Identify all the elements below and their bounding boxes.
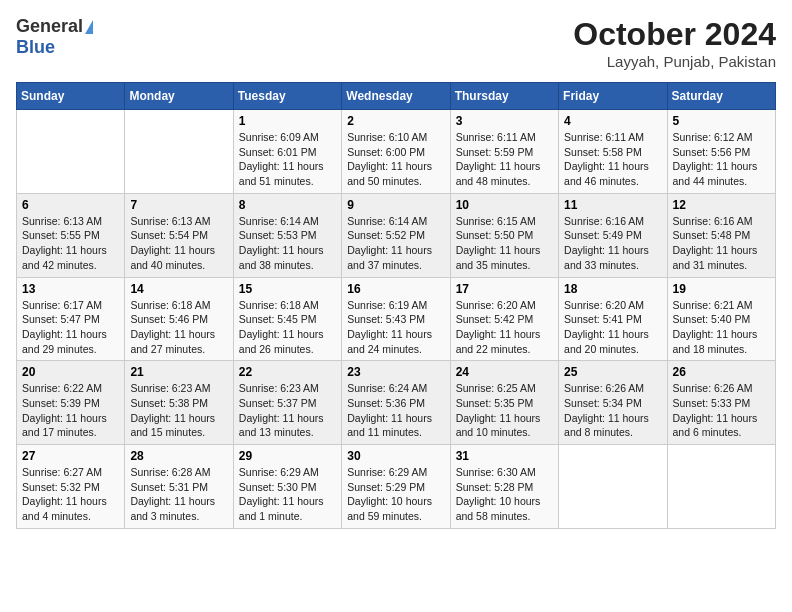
day-info: Sunrise: 6:30 AMSunset: 5:28 PMDaylight:… [456,465,553,524]
calendar-cell: 19Sunrise: 6:21 AMSunset: 5:40 PMDayligh… [667,277,775,361]
calendar-cell: 20Sunrise: 6:22 AMSunset: 5:39 PMDayligh… [17,361,125,445]
day-info: Sunrise: 6:27 AMSunset: 5:32 PMDaylight:… [22,465,119,524]
calendar-cell: 22Sunrise: 6:23 AMSunset: 5:37 PMDayligh… [233,361,341,445]
month-title: October 2024 [573,16,776,53]
day-number: 16 [347,282,444,296]
calendar-cell: 31Sunrise: 6:30 AMSunset: 5:28 PMDayligh… [450,445,558,529]
day-number: 30 [347,449,444,463]
week-row-5: 27Sunrise: 6:27 AMSunset: 5:32 PMDayligh… [17,445,776,529]
calendar-cell: 23Sunrise: 6:24 AMSunset: 5:36 PMDayligh… [342,361,450,445]
day-number: 6 [22,198,119,212]
calendar-cell: 4Sunrise: 6:11 AMSunset: 5:58 PMDaylight… [559,110,667,194]
day-info: Sunrise: 6:14 AMSunset: 5:52 PMDaylight:… [347,214,444,273]
calendar-cell: 12Sunrise: 6:16 AMSunset: 5:48 PMDayligh… [667,193,775,277]
day-info: Sunrise: 6:29 AMSunset: 5:30 PMDaylight:… [239,465,336,524]
day-info: Sunrise: 6:15 AMSunset: 5:50 PMDaylight:… [456,214,553,273]
header: General Blue October 2024 Layyah, Punjab… [16,16,776,70]
day-number: 13 [22,282,119,296]
day-info: Sunrise: 6:23 AMSunset: 5:37 PMDaylight:… [239,381,336,440]
day-info: Sunrise: 6:18 AMSunset: 5:46 PMDaylight:… [130,298,227,357]
calendar-cell: 27Sunrise: 6:27 AMSunset: 5:32 PMDayligh… [17,445,125,529]
calendar-cell: 28Sunrise: 6:28 AMSunset: 5:31 PMDayligh… [125,445,233,529]
calendar-cell: 3Sunrise: 6:11 AMSunset: 5:59 PMDaylight… [450,110,558,194]
calendar-cell: 18Sunrise: 6:20 AMSunset: 5:41 PMDayligh… [559,277,667,361]
day-number: 7 [130,198,227,212]
day-number: 1 [239,114,336,128]
calendar-cell: 6Sunrise: 6:13 AMSunset: 5:55 PMDaylight… [17,193,125,277]
day-number: 21 [130,365,227,379]
calendar-cell: 15Sunrise: 6:18 AMSunset: 5:45 PMDayligh… [233,277,341,361]
weekday-header-friday: Friday [559,83,667,110]
calendar-cell: 21Sunrise: 6:23 AMSunset: 5:38 PMDayligh… [125,361,233,445]
day-info: Sunrise: 6:28 AMSunset: 5:31 PMDaylight:… [130,465,227,524]
calendar-cell: 13Sunrise: 6:17 AMSunset: 5:47 PMDayligh… [17,277,125,361]
day-number: 8 [239,198,336,212]
day-number: 12 [673,198,770,212]
day-number: 26 [673,365,770,379]
calendar-cell: 11Sunrise: 6:16 AMSunset: 5:49 PMDayligh… [559,193,667,277]
calendar-cell: 30Sunrise: 6:29 AMSunset: 5:29 PMDayligh… [342,445,450,529]
calendar-cell [125,110,233,194]
day-info: Sunrise: 6:14 AMSunset: 5:53 PMDaylight:… [239,214,336,273]
day-number: 17 [456,282,553,296]
day-number: 29 [239,449,336,463]
day-number: 11 [564,198,661,212]
calendar-cell: 26Sunrise: 6:26 AMSunset: 5:33 PMDayligh… [667,361,775,445]
day-number: 28 [130,449,227,463]
day-info: Sunrise: 6:13 AMSunset: 5:55 PMDaylight:… [22,214,119,273]
calendar-cell: 25Sunrise: 6:26 AMSunset: 5:34 PMDayligh… [559,361,667,445]
day-number: 18 [564,282,661,296]
day-number: 23 [347,365,444,379]
logo-triangle-icon [85,20,93,34]
day-number: 19 [673,282,770,296]
calendar-cell: 24Sunrise: 6:25 AMSunset: 5:35 PMDayligh… [450,361,558,445]
week-row-2: 6Sunrise: 6:13 AMSunset: 5:55 PMDaylight… [17,193,776,277]
calendar-cell: 17Sunrise: 6:20 AMSunset: 5:42 PMDayligh… [450,277,558,361]
calendar-cell: 16Sunrise: 6:19 AMSunset: 5:43 PMDayligh… [342,277,450,361]
day-number: 20 [22,365,119,379]
day-number: 15 [239,282,336,296]
calendar-cell [667,445,775,529]
calendar-cell: 9Sunrise: 6:14 AMSunset: 5:52 PMDaylight… [342,193,450,277]
day-number: 14 [130,282,227,296]
day-info: Sunrise: 6:16 AMSunset: 5:48 PMDaylight:… [673,214,770,273]
weekday-header-sunday: Sunday [17,83,125,110]
weekday-header-tuesday: Tuesday [233,83,341,110]
day-number: 2 [347,114,444,128]
day-info: Sunrise: 6:09 AMSunset: 6:01 PMDaylight:… [239,130,336,189]
day-info: Sunrise: 6:26 AMSunset: 5:34 PMDaylight:… [564,381,661,440]
calendar-cell: 7Sunrise: 6:13 AMSunset: 5:54 PMDaylight… [125,193,233,277]
day-info: Sunrise: 6:21 AMSunset: 5:40 PMDaylight:… [673,298,770,357]
day-info: Sunrise: 6:26 AMSunset: 5:33 PMDaylight:… [673,381,770,440]
logo-general-text: General [16,16,83,37]
day-number: 4 [564,114,661,128]
calendar-cell: 14Sunrise: 6:18 AMSunset: 5:46 PMDayligh… [125,277,233,361]
calendar-table: SundayMondayTuesdayWednesdayThursdayFrid… [16,82,776,529]
day-info: Sunrise: 6:19 AMSunset: 5:43 PMDaylight:… [347,298,444,357]
day-info: Sunrise: 6:29 AMSunset: 5:29 PMDaylight:… [347,465,444,524]
day-info: Sunrise: 6:17 AMSunset: 5:47 PMDaylight:… [22,298,119,357]
day-info: Sunrise: 6:23 AMSunset: 5:38 PMDaylight:… [130,381,227,440]
day-info: Sunrise: 6:13 AMSunset: 5:54 PMDaylight:… [130,214,227,273]
day-info: Sunrise: 6:22 AMSunset: 5:39 PMDaylight:… [22,381,119,440]
calendar-cell [17,110,125,194]
day-info: Sunrise: 6:20 AMSunset: 5:42 PMDaylight:… [456,298,553,357]
location: Layyah, Punjab, Pakistan [573,53,776,70]
day-info: Sunrise: 6:20 AMSunset: 5:41 PMDaylight:… [564,298,661,357]
calendar-cell: 5Sunrise: 6:12 AMSunset: 5:56 PMDaylight… [667,110,775,194]
calendar-cell [559,445,667,529]
weekday-header-wednesday: Wednesday [342,83,450,110]
calendar-cell: 10Sunrise: 6:15 AMSunset: 5:50 PMDayligh… [450,193,558,277]
week-row-3: 13Sunrise: 6:17 AMSunset: 5:47 PMDayligh… [17,277,776,361]
week-row-1: 1Sunrise: 6:09 AMSunset: 6:01 PMDaylight… [17,110,776,194]
day-info: Sunrise: 6:25 AMSunset: 5:35 PMDaylight:… [456,381,553,440]
day-number: 3 [456,114,553,128]
weekday-header-thursday: Thursday [450,83,558,110]
weekday-row: SundayMondayTuesdayWednesdayThursdayFrid… [17,83,776,110]
weekday-header-monday: Monday [125,83,233,110]
logo: General Blue [16,16,93,58]
day-info: Sunrise: 6:11 AMSunset: 5:58 PMDaylight:… [564,130,661,189]
day-info: Sunrise: 6:12 AMSunset: 5:56 PMDaylight:… [673,130,770,189]
day-number: 9 [347,198,444,212]
week-row-4: 20Sunrise: 6:22 AMSunset: 5:39 PMDayligh… [17,361,776,445]
